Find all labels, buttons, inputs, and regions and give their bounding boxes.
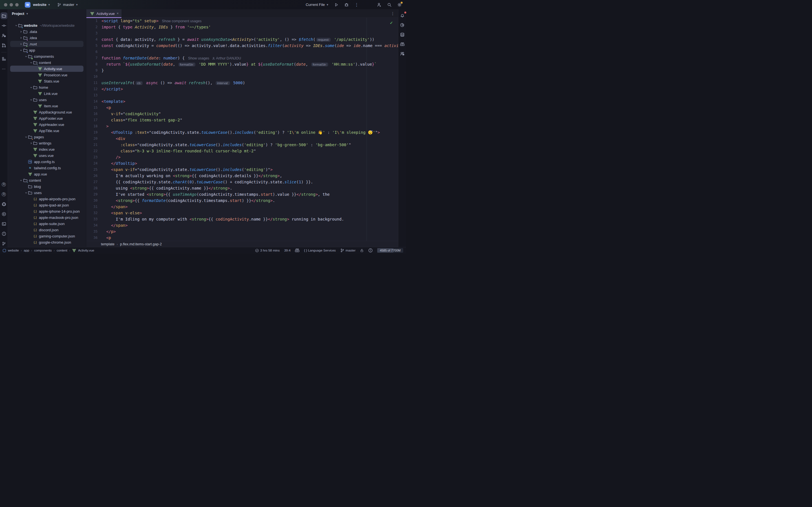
chevron-down-icon[interactable]: [24, 55, 28, 58]
author-hint[interactable]: Arthur DANJOU: [212, 56, 241, 60]
code-line-33[interactable]: 33 I'm Idling on my computer with <stron…: [86, 216, 398, 222]
tree-item-apple-macbook-pro-json[interactable]: {..}apple-macbook-pro.json: [8, 214, 86, 221]
tree-item-uses[interactable]: uses: [8, 189, 86, 196]
project-panel-header[interactable]: Project ▼: [12, 11, 29, 16]
line-number[interactable]: 11: [86, 80, 98, 86]
chevron-right-icon[interactable]: [29, 142, 33, 145]
code-line-8[interactable]: 8 return `${useDateFormat(date, formatSt…: [86, 61, 398, 67]
inlay-hint[interactable]: interval:: [216, 81, 230, 85]
tree-item-writings[interactable]: writings: [8, 140, 86, 146]
project-widget[interactable]: website ▼: [33, 3, 50, 7]
code-line-7[interactable]: 7function formatDate(date: number) {Show…: [86, 55, 398, 61]
code-line-9[interactable]: 9}: [86, 67, 398, 73]
rubymine-icon[interactable]: Ⓡ: [1, 181, 7, 188]
line-number[interactable]: 21: [86, 142, 98, 148]
line-number[interactable]: 27: [86, 179, 98, 185]
line-number[interactable]: 26: [86, 173, 98, 179]
problems-icon[interactable]: [1, 230, 7, 237]
tree-item-content[interactable]: ▪content: [8, 59, 86, 66]
tree-item-apple-airpods-pro-json[interactable]: {..}apple-airpods-pro.json: [8, 196, 86, 202]
chevron-down-icon[interactable]: [24, 136, 28, 138]
code-line-15[interactable]: 15 <p: [86, 105, 398, 111]
chevron-down-icon[interactable]: [24, 191, 28, 194]
line-number[interactable]: 16: [86, 111, 98, 117]
code-line-31[interactable]: 31 </span>: [86, 204, 398, 210]
code-line-3[interactable]: 3: [86, 30, 398, 36]
status-path-item[interactable]: Activity.vue: [78, 249, 94, 252]
tree-item-content[interactable]: ▪content: [8, 177, 86, 183]
line-number[interactable]: 8: [86, 61, 98, 67]
line-number[interactable]: 23: [86, 154, 98, 160]
line-number[interactable]: 34: [86, 222, 98, 228]
code-line-2[interactable]: 2import { type Activity, IDEs } from '~~…: [86, 24, 398, 30]
structure-icon[interactable]: [1, 55, 7, 62]
tree-item-apple-suite-json[interactable]: {..}apple-suite.json: [8, 221, 86, 227]
line-number[interactable]: 2: [86, 24, 98, 30]
tree-item-link-vue[interactable]: Link.vue: [8, 91, 86, 97]
line-number[interactable]: 15: [86, 105, 98, 111]
kebab-icon[interactable]: ⋮: [354, 2, 359, 7]
line-number[interactable]: 29: [86, 191, 98, 198]
line-number[interactable]: 31: [86, 204, 98, 210]
line-number[interactable]: 4: [86, 36, 98, 43]
branch-widget[interactable]: master ▼: [57, 2, 79, 7]
inline-hint[interactable]: Show component usages: [162, 19, 201, 23]
tree-item--data[interactable]: .data: [8, 29, 86, 35]
code-line-19[interactable]: 19 <UTooltip :text="codingActivity.state…: [86, 129, 398, 135]
inlay-hint[interactable]: formatStr:: [179, 62, 195, 66]
inlay-hint[interactable]: formatStr:: [311, 62, 328, 66]
tree-item-tailwind-config-ts[interactable]: ≈tailwind.config.ts: [8, 165, 86, 171]
line-number[interactable]: 12: [86, 86, 98, 92]
code-line-10[interactable]: 10: [86, 73, 398, 80]
chevron-right-icon[interactable]: [19, 31, 23, 33]
line-number[interactable]: 28: [86, 185, 98, 191]
search-icon[interactable]: [387, 2, 392, 7]
tree-item-app-config-ts[interactable]: TSapp.config.ts: [8, 159, 86, 165]
tree-item-discord-json[interactable]: {..}discord.json: [8, 227, 86, 233]
tree-item-appbackground-vue[interactable]: AppBackground.vue: [8, 109, 86, 115]
tree-item-item-vue[interactable]: Item.vue: [8, 103, 86, 109]
git-branch[interactable]: master: [340, 248, 356, 252]
editor-kebab-icon[interactable]: ⋮: [391, 11, 395, 16]
chevron-down-icon[interactable]: [29, 99, 33, 101]
chevron-right-icon[interactable]: [19, 43, 23, 45]
chevron-down-icon[interactable]: [29, 86, 33, 89]
code-line-6[interactable]: 6: [86, 49, 398, 55]
caret-position[interactable]: 39:4: [284, 249, 290, 252]
line-number[interactable]: 10: [86, 73, 98, 80]
code-line-32[interactable]: 32 <span v-else>: [86, 210, 398, 216]
code-line-28[interactable]: 28 using <strong>{{ codingActivity.name …: [86, 185, 398, 191]
status-path-item[interactable]: website: [8, 249, 19, 252]
status-path-item[interactable]: content: [57, 249, 67, 252]
inline-hint[interactable]: Show usages: [188, 56, 209, 60]
tree-item-app-vue[interactable]: app.vue: [8, 171, 86, 177]
problems-indicator[interactable]: [368, 248, 373, 252]
line-number[interactable]: 36: [86, 235, 98, 241]
inspections-ok-icon[interactable]: ✓: [390, 20, 393, 25]
tree-item-apple-iphone-14-pro-json[interactable]: {..}apple-iphone-14-pro.json: [8, 208, 86, 214]
code-line-1[interactable]: 1<script lang="ts" setup>Show component …: [86, 18, 398, 24]
line-number[interactable]: 25: [86, 166, 98, 173]
tree-item-uses[interactable]: uses: [8, 97, 86, 103]
run-icon[interactable]: [334, 2, 339, 7]
line-number[interactable]: 3: [86, 30, 98, 36]
users-help-icon[interactable]: ?: [1, 32, 7, 39]
line-number[interactable]: 14: [86, 98, 98, 105]
pull-request-icon[interactable]: [1, 42, 7, 49]
line-number[interactable]: 35: [86, 228, 98, 235]
file-lock[interactable]: [360, 249, 364, 252]
code-line-22[interactable]: 22 class="h-3 w-3 inline-flex rounded-fu…: [86, 148, 398, 154]
code-line-20[interactable]: 20 <div: [86, 135, 398, 142]
chevron-right-icon[interactable]: [19, 37, 23, 39]
line-number[interactable]: 9: [86, 67, 98, 73]
project-folder-icon[interactable]: [1, 12, 7, 19]
database-icon[interactable]: [399, 31, 406, 38]
code-line-24[interactable]: 24 </UTooltip>: [86, 160, 398, 166]
chevron-down-icon[interactable]: [29, 61, 33, 64]
line-number[interactable]: 1: [86, 18, 98, 24]
tree-item-proseicon-vue[interactable]: ProseIcon.vue: [8, 72, 86, 78]
line-number[interactable]: 13: [86, 92, 98, 98]
code-editor[interactable]: 1<script lang="ts" setup>Show component …: [86, 18, 398, 241]
tree-item-appheader-vue[interactable]: AppHeader.vue: [8, 121, 86, 128]
tree-item-gaming-computer-json[interactable]: {..}gaming-computer.json: [8, 233, 86, 239]
